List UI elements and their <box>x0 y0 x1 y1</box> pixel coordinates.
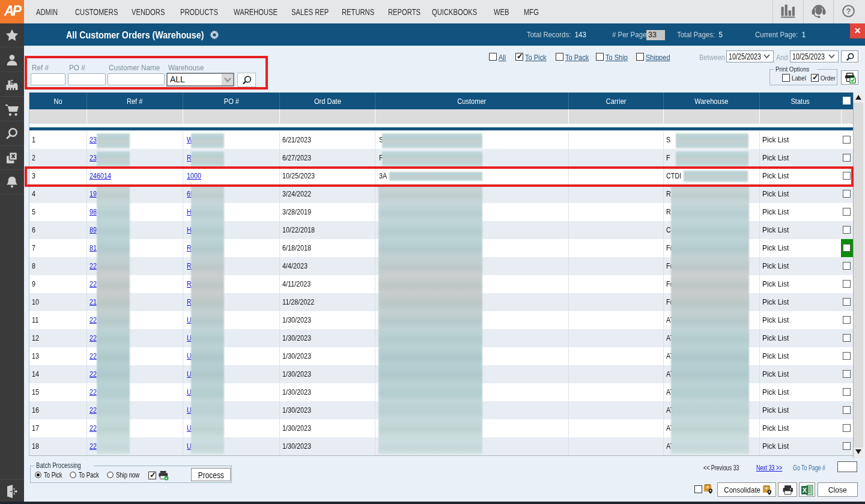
svg-text:X: X <box>803 487 807 494</box>
svg-text:?: ? <box>846 7 851 16</box>
